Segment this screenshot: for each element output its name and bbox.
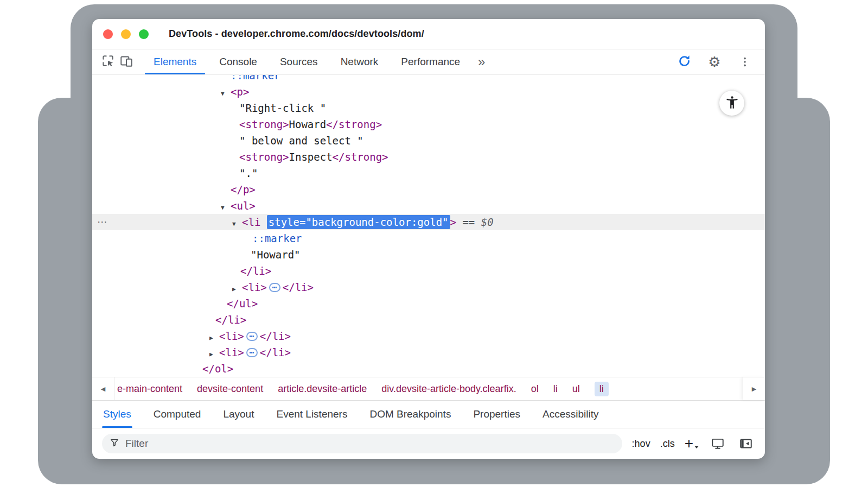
dom-tree-line[interactable]: </p> <box>92 181 765 198</box>
filter-input[interactable] <box>124 437 615 450</box>
code-token: <strong> <box>239 118 289 130</box>
code-token: ::marker <box>252 232 302 244</box>
dom-tree-line[interactable]: ▼<p> <box>92 84 765 100</box>
dom-tree-line[interactable]: </ul> <box>92 295 765 312</box>
breadcrumb-item-li[interactable]: li <box>553 383 558 395</box>
dom-tree-line[interactable]: </li> <box>92 312 765 328</box>
dom-tree-line[interactable]: <strong>Inspect</strong> <box>92 149 765 165</box>
expand-ellipsis-button[interactable]: ⋯ <box>246 332 258 341</box>
panel-tab-event-listeners[interactable]: Event Listeners <box>276 401 347 428</box>
toggle-sidebar-icon[interactable] <box>737 434 755 453</box>
reload-button[interactable] <box>675 53 693 71</box>
code-token: $0 <box>481 216 494 228</box>
code-token: </li> <box>260 330 291 342</box>
breadcrumb-item-e-main-content[interactable]: e-main-content <box>117 383 182 395</box>
panel-tabs: StylesComputedLayoutEvent ListenersDOM B… <box>92 401 765 428</box>
zoom-button[interactable] <box>139 29 149 39</box>
dom-tree-line[interactable]: ::marker <box>92 230 765 246</box>
code-token: </li> <box>215 314 246 326</box>
reload-icon <box>677 54 691 70</box>
code-token: <li <box>242 216 260 228</box>
code-token: </p> <box>231 184 256 195</box>
dom-tree-line[interactable]: ::marker <box>92 75 765 84</box>
dom-tree-line[interactable]: ▼<ul> <box>92 198 765 214</box>
code-token: > <box>450 216 456 228</box>
minimize-button[interactable] <box>121 29 131 39</box>
cls-toggle-button[interactable]: .cls <box>660 438 675 450</box>
filter-input-wrap <box>102 434 622 453</box>
crumb-scroll-right-button[interactable]: ▶ <box>743 377 765 400</box>
code-token: " below and select " <box>239 135 363 147</box>
panel-tab-properties[interactable]: Properties <box>473 401 520 428</box>
tab-network[interactable]: Network <box>329 49 390 74</box>
tab-elements[interactable]: Elements <box>142 49 208 74</box>
breadcrumb-item-ul[interactable]: ul <box>572 383 580 395</box>
selected-attribute[interactable]: style="background-color:gold" <box>267 215 450 229</box>
code-token: "." <box>239 167 258 179</box>
crumb-scroll-left-button[interactable]: ◀ <box>92 377 114 400</box>
panel-tab-layout[interactable]: Layout <box>223 401 254 428</box>
dom-tree-line[interactable]: </ol> <box>92 361 765 377</box>
tab-console[interactable]: Console <box>208 49 269 74</box>
breadcrumb-item-ol[interactable]: ol <box>531 383 539 395</box>
hov-toggle-button[interactable]: :hov <box>632 438 650 450</box>
breadcrumb-item-div-devsite-article-body-clearfix[interactable]: div.devsite-article-body.clearfix. <box>381 383 516 395</box>
accessibility-floating-button[interactable] <box>719 91 744 116</box>
code-token: "Right-click " <box>239 102 326 114</box>
more-tabs-chevron[interactable]: » <box>471 49 492 74</box>
code-token: <li> <box>219 346 244 358</box>
dom-tree-line[interactable]: "." <box>92 165 765 181</box>
code-token: </li> <box>260 346 291 358</box>
dom-tree-line[interactable]: "Howard" <box>92 246 765 263</box>
toolbar-right-controls: ⚙ <box>675 49 758 74</box>
window-titlebar: DevTools - developer.chrome.com/docs/dev… <box>92 19 765 49</box>
close-button[interactable] <box>103 29 113 39</box>
dom-tree-line[interactable]: "Right-click " <box>92 100 765 116</box>
inspect-element-button[interactable] <box>99 53 117 71</box>
code-token <box>260 216 266 228</box>
filter-funnel-icon <box>110 438 119 450</box>
panel-tab-dom-breakpoints[interactable]: DOM Breakpoints <box>369 401 451 428</box>
dom-tree-line[interactable]: ▶<li>⋯</li> <box>92 279 765 295</box>
dom-tree: ::marker▼<p>"Right-click "<strong>Howard… <box>92 75 765 377</box>
styles-filter-bar: :hov .cls + <box>92 428 765 459</box>
code-token: </ul> <box>227 298 258 309</box>
code-token: </li> <box>240 265 271 277</box>
device-toolbar-button[interactable] <box>117 53 136 71</box>
breadcrumb-item-li[interactable]: li <box>595 382 609 396</box>
plus-label: + <box>685 437 693 450</box>
code-token: <strong> <box>239 151 289 163</box>
panel-tab-styles[interactable]: Styles <box>103 401 131 428</box>
settings-gear-icon[interactable]: ⚙ <box>705 53 724 71</box>
panel-tab-computed[interactable]: Computed <box>154 401 201 428</box>
tab-performance[interactable]: Performance <box>390 49 471 74</box>
rendering-display-icon[interactable] <box>709 434 727 453</box>
dom-tree-line[interactable]: " below and select " <box>92 132 765 149</box>
kebab-menu-icon[interactable] <box>736 53 754 71</box>
plus-caret-icon <box>694 446 699 448</box>
breadcrumb-list: e-main-contentdevsite-contentarticle.dev… <box>114 377 743 400</box>
breadcrumb-item-devsite-content[interactable]: devsite-content <box>197 383 263 395</box>
code-token: Inspect <box>289 151 333 163</box>
dom-tree-line[interactable]: ⋯▼<li style="background-color:gold"> == … <box>92 214 765 230</box>
code-token: Howard <box>289 118 327 130</box>
expand-ellipsis-button[interactable]: ⋯ <box>269 283 280 292</box>
dom-tree-line[interactable]: ▶<li>⋯</li> <box>92 344 765 361</box>
dom-tree-line[interactable]: </li> <box>92 263 765 279</box>
expand-ellipsis-button[interactable]: ⋯ <box>246 348 258 357</box>
code-token: </strong> <box>326 118 382 130</box>
code-token: </ol> <box>202 363 233 375</box>
dom-tree-line[interactable]: ▶<li>⋯</li> <box>92 328 765 344</box>
breadcrumb-item-article-devsite-article[interactable]: article.devsite-article <box>278 383 367 395</box>
code-token: "Howard" <box>251 249 301 261</box>
dom-tree-line[interactable]: <strong>Howard</strong> <box>92 116 765 132</box>
code-token: <ul> <box>231 200 256 212</box>
panel-tab-accessibility[interactable]: Accessibility <box>542 401 598 428</box>
new-style-rule-button[interactable]: + <box>685 437 699 450</box>
line-menu-ellipsis[interactable]: ⋯ <box>97 214 107 230</box>
window-title: DevTools - developer.chrome.com/docs/dev… <box>169 28 424 40</box>
tab-sources[interactable]: Sources <box>269 49 329 74</box>
devtools-window: DevTools - developer.chrome.com/docs/dev… <box>92 19 765 459</box>
device-toolbar-icon <box>119 54 133 70</box>
inspect-icon <box>101 54 115 70</box>
